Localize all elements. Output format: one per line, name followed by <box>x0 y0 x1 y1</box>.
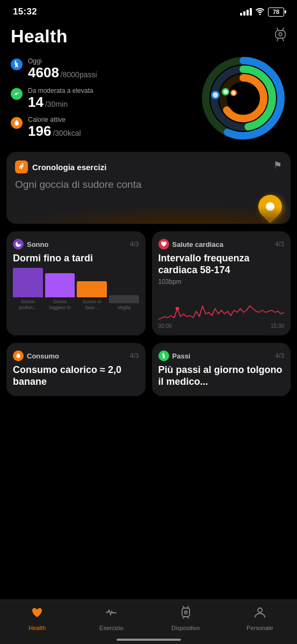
heart-card[interactable]: Salute cardiaca 4/3 Intervallo frequenza… <box>152 231 291 335</box>
bottom-nav: Health Esercizio Dispositivo <box>0 599 297 644</box>
heart-heading: Intervallo frequenza cardiaca 58-174 <box>158 253 285 276</box>
exercise-card-subtitle: Ogni goccia di sudore conta <box>15 179 282 197</box>
activity-metrics: Oggi 4608/8000passi Da moderata a elevat… <box>11 57 190 139</box>
passi-heading: Più passi al giorno tolgono il medico... <box>158 364 285 387</box>
passi-card[interactable]: Passi 4/3 Più passi al giorno tolgono il… <box>152 343 291 396</box>
device-nav-icon <box>179 605 193 623</box>
svg-point-0 <box>259 13 261 15</box>
sleep-icon <box>13 239 24 250</box>
nav-exercise[interactable]: Esercizio <box>74 605 148 631</box>
signal-icon <box>240 8 252 16</box>
steps-metric: Oggi 4608/8000passi <box>11 57 190 80</box>
status-bar: 15:32 78 <box>0 0 297 21</box>
activity-section: Oggi 4608/8000passi Da moderata a elevat… <box>0 55 297 152</box>
moderate-label: Da moderata a elevata <box>28 87 93 94</box>
svg-point-29 <box>258 608 262 612</box>
passi-card-header: Passi 4/3 <box>158 350 285 361</box>
sleep-bar-chart: Sonno profon... Sonno leggero in Sonno i… <box>13 279 139 311</box>
svg-line-3 <box>282 28 284 31</box>
consumo-date: 4/3 <box>130 352 139 360</box>
svg-line-4 <box>277 38 278 41</box>
exercise-nav-icon <box>104 605 118 623</box>
heart-chart <box>158 290 285 322</box>
svg-point-15 <box>213 92 218 98</box>
calories-metric: Calorie attive 196/300kcal <box>11 116 190 139</box>
moderate-text: Da moderata a elevata 14/30min <box>28 87 93 110</box>
heart-time-end: 15:30 <box>271 323 284 329</box>
heart-card-header: Salute cardiaca 4/3 <box>158 239 285 250</box>
steps-text: Oggi 4608/8000passi <box>28 57 97 80</box>
consumo-card[interactable]: Consumo 4/3 Consumo calorico ≈ 2,0 banan… <box>6 343 146 396</box>
exercise-card-title: Cronologia esercizi <box>32 163 106 172</box>
battery-icon: 78 <box>268 8 284 17</box>
device-nav-label: Dispositivo <box>171 625 200 631</box>
svg-rect-1 <box>276 31 285 38</box>
passi-icon <box>158 350 169 361</box>
moderate-metric: Da moderata a elevata 14/30min <box>11 87 190 110</box>
svg-point-6 <box>279 33 282 36</box>
consumo-title: Consumo <box>27 352 59 360</box>
steps-value: 4608/8000passi <box>28 65 97 80</box>
exercise-card[interactable]: Cronologia esercizi ⚑ Ogni goccia di sud… <box>6 152 291 224</box>
moderate-icon <box>11 88 23 100</box>
moderate-value: 14/30min <box>28 94 93 110</box>
status-time: 15:32 <box>13 6 37 17</box>
svg-point-22 <box>162 353 163 355</box>
svg-point-19 <box>232 91 236 95</box>
passi-date: 4/3 <box>275 352 284 360</box>
run-icon <box>15 160 28 173</box>
bar-col-1: Sonno profon... <box>13 268 43 311</box>
heart-sub: 103bpm <box>158 278 285 286</box>
app-header: Health <box>0 21 297 55</box>
heart-time-start: 00:00 <box>158 323 172 329</box>
heart-icon <box>158 239 169 250</box>
heart-title: Salute cardiaca <box>172 240 223 248</box>
sleep-card[interactable]: Sonno 4/3 Dormi fino a tardi 6h51min Son… <box>6 231 146 335</box>
health-nav-label: Health <box>28 625 46 631</box>
svg-rect-23 <box>182 608 190 617</box>
exercise-nav-label: Esercizio <box>99 625 124 631</box>
heart-time-row: 00:00 15:30 <box>158 323 285 329</box>
personal-nav-label: Personale <box>247 625 273 631</box>
nav-health[interactable]: Health <box>0 605 74 631</box>
sleep-card-header: Sonno 4/3 <box>13 239 139 250</box>
svg-point-20 <box>22 163 24 165</box>
sleep-heading: Dormi fino a tardi <box>13 253 139 265</box>
svg-point-7 <box>15 61 17 63</box>
status-icons: 78 <box>240 8 284 17</box>
heart-date: 4/3 <box>275 240 284 248</box>
health-cards-grid: Sonno 4/3 Dormi fino a tardi 6h51min Son… <box>0 231 297 343</box>
exercise-card-header: Cronologia esercizi <box>15 160 282 173</box>
battery-level: 78 <box>273 9 279 15</box>
personal-nav-icon <box>253 605 267 623</box>
bar-col-3: Sonno in fase... <box>77 281 107 311</box>
svg-line-5 <box>282 38 284 41</box>
svg-point-17 <box>223 90 228 94</box>
steps-icon <box>11 58 23 70</box>
svg-line-2 <box>277 28 278 31</box>
nav-device[interactable]: Dispositivo <box>149 605 223 631</box>
calories-value: 196/300kcal <box>28 123 81 139</box>
calories-label: Calorie attive <box>28 116 81 123</box>
consumo-icon <box>13 350 24 361</box>
steps-label: Oggi <box>28 57 97 65</box>
home-indicator <box>117 639 181 641</box>
calories-text: Calorie attive 196/300kcal <box>28 116 81 139</box>
activity-rings <box>200 55 286 141</box>
health-nav-icon <box>30 605 44 623</box>
consumo-heading: Consumo calorico ≈ 2,0 banane <box>13 364 139 387</box>
passi-title: Passi <box>172 352 191 360</box>
app-title: Health <box>11 26 68 47</box>
watch-icon <box>274 27 286 46</box>
calories-icon <box>11 117 23 129</box>
nav-personal[interactable]: Personale <box>223 605 297 631</box>
flag-icon: ⚑ <box>273 159 282 171</box>
bottom-cards-grid: Consumo 4/3 Consumo calorico ≈ 2,0 banan… <box>0 343 297 401</box>
svg-point-28 <box>184 611 187 614</box>
svg-point-21 <box>175 307 179 310</box>
bar-col-2: Sonno leggero in <box>45 273 75 311</box>
wifi-icon <box>255 8 265 17</box>
sleep-title: Sonno <box>27 240 48 248</box>
consumo-card-header: Consumo 4/3 <box>13 350 139 361</box>
bar-col-4: Veglia <box>109 295 139 311</box>
